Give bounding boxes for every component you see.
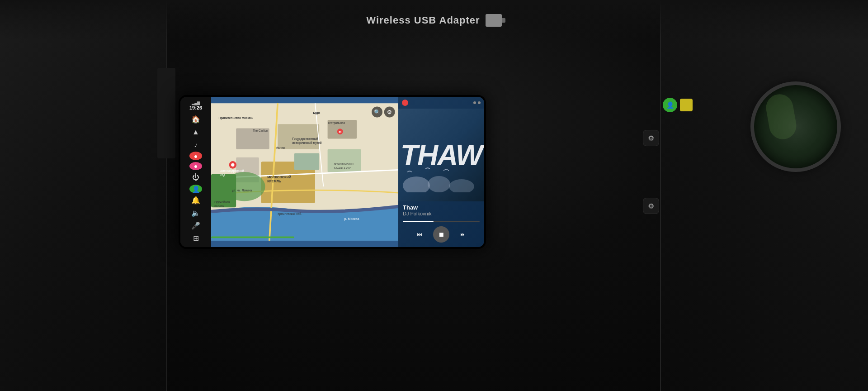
svg-text:ХРАМ ВАСИЛИЯ: ХРАМ ВАСИЛИЯ: [334, 162, 353, 165]
music-top-bar: [398, 97, 484, 109]
svg-text:Александровский: Александровский: [220, 169, 244, 173]
settings-button-top[interactable]: ⚙: [643, 130, 659, 146]
user-avatar[interactable]: 👤: [663, 98, 677, 112]
music-panel: THAW Thaw DJ Polkovnik ⏮ ⏹ ⏭: [398, 97, 484, 247]
gear-icon-top: ⚙: [648, 134, 654, 143]
nav-sidebar: ▂▄▆ 19:26 🏠 ▲ ♪ ● ● ⏻ 👤: [180, 97, 211, 247]
next-button[interactable]: ⏭: [457, 228, 469, 241]
left-car-panel: [0, 0, 167, 391]
svg-text:р. Москва: р. Москва: [344, 217, 359, 221]
svg-text:КРЕМЛЬ: КРЕМЛЬ: [267, 179, 282, 183]
svg-text:М: М: [339, 130, 341, 134]
music-info: Thaw DJ Polkovnik: [398, 201, 484, 219]
svg-point-40: [449, 179, 474, 192]
signal-time: ▂▄▆ 19:26: [189, 100, 202, 110]
svg-text:Театральная: Театральная: [328, 121, 345, 125]
android-auto-screen: ▂▄▆ 19:26 🏠 ▲ ♪ ● ● ⏻ 👤: [180, 97, 484, 247]
track-title: Thaw: [403, 204, 480, 211]
nav-circle-pink[interactable]: ●: [189, 162, 202, 171]
rearview-mirror: [750, 81, 841, 172]
bell-icon: 🔔: [191, 196, 200, 205]
svg-point-39: [428, 176, 450, 192]
power-icon: ⏻: [192, 173, 199, 181]
album-art[interactable]: THAW: [398, 109, 484, 201]
svg-point-38: [403, 176, 430, 192]
progress-fill: [403, 221, 434, 222]
svg-text:исторический музей: исторический музей: [292, 141, 321, 145]
svg-text:МОСКОВСКИЙ: МОСКОВСКИЙ: [267, 175, 291, 179]
nav-item-volume[interactable]: 🔈: [186, 208, 206, 219]
nav-item-power[interactable]: ⏻: [186, 172, 206, 183]
birds-art: [398, 165, 484, 192]
prev-button[interactable]: ⏮: [413, 228, 426, 241]
nav-circle-red[interactable]: ●: [189, 152, 202, 160]
svg-text:сад: сад: [220, 173, 225, 177]
map-area[interactable]: М 🔍 ⚙ Правительство Москвы МДК Театральн…: [211, 97, 398, 247]
music-red-indicator: [402, 100, 408, 106]
adapter-text: Wireless USB Adapter: [366, 14, 480, 26]
svg-text:Кремлёвская наб.: Кремлёвская наб.: [278, 212, 302, 216]
time-display: 19:26: [189, 105, 202, 110]
microphone-icon: 🎤: [191, 221, 200, 230]
nav-item-home[interactable]: 🏠: [186, 114, 206, 125]
nav-icon: ▲: [192, 128, 199, 136]
svg-text:Правительство Москвы: Правительство Москвы: [219, 116, 254, 120]
svg-text:МДК: МДК: [313, 111, 320, 115]
nav-item-notification[interactable]: 🔔: [186, 195, 206, 206]
music-dots: [473, 101, 481, 104]
user-icon-area: 👤: [663, 98, 693, 112]
gear-icon-bottom: ⚙: [648, 202, 654, 210]
home-icon: 🏠: [191, 115, 200, 124]
progress-bar[interactable]: [403, 221, 480, 222]
music-controls: ⏮ ⏹ ⏭: [398, 224, 484, 247]
svg-text:ул. им. Ленина: ул. им. Ленина: [232, 189, 252, 192]
adapter-icon: [486, 14, 502, 27]
signal-bars: ▂▄▆: [192, 100, 199, 105]
svg-text:Государственный: Государственный: [292, 137, 318, 141]
svg-rect-37: [211, 237, 294, 238]
svg-text:БЛАЖЕННОГО: БЛАЖЕННОГО: [334, 167, 352, 170]
track-artist: DJ Polkovnik: [403, 211, 480, 216]
svg-text:🔍: 🔍: [374, 109, 381, 115]
svg-text:⚙: ⚙: [387, 109, 392, 115]
volume-icon: 🔈: [191, 209, 200, 217]
nav-item-music[interactable]: ♪: [186, 139, 206, 150]
yellow-indicator: [680, 99, 693, 111]
nav-circle-green[interactable]: 👤: [189, 185, 202, 193]
screen-bezel: ▂▄▆ 19:26 🏠 ▲ ♪ ● ● ⏻ 👤: [179, 95, 486, 249]
right-car-panel: [660, 0, 868, 391]
svg-text:Оружейная: Оружейная: [214, 200, 230, 204]
map-svg: М 🔍 ⚙ Правительство Москвы МДК Театральн…: [211, 97, 398, 247]
settings-button-bottom[interactable]: ⚙: [643, 198, 659, 214]
right-side-controls: ⚙ ⚙: [640, 95, 662, 249]
nav-item-navigation[interactable]: ▲: [186, 127, 206, 138]
nav-item-microphone[interactable]: 🎤: [186, 220, 206, 231]
top-bar: Wireless USB Adapter: [0, 0, 868, 41]
svg-point-18: [231, 163, 234, 167]
apps-icon: ⊞: [193, 234, 199, 243]
svg-rect-4: [278, 124, 319, 149]
nav-item-apps[interactable]: ⊞: [186, 233, 206, 243]
music-icon: ♪: [194, 141, 198, 149]
svg-rect-6: [294, 153, 319, 170]
stop-button[interactable]: ⏹: [433, 226, 449, 243]
svg-text:The Carlton: The Carlton: [253, 129, 268, 132]
svg-text:палата: палата: [214, 205, 224, 208]
svg-text:Манеж: Манеж: [276, 146, 285, 149]
